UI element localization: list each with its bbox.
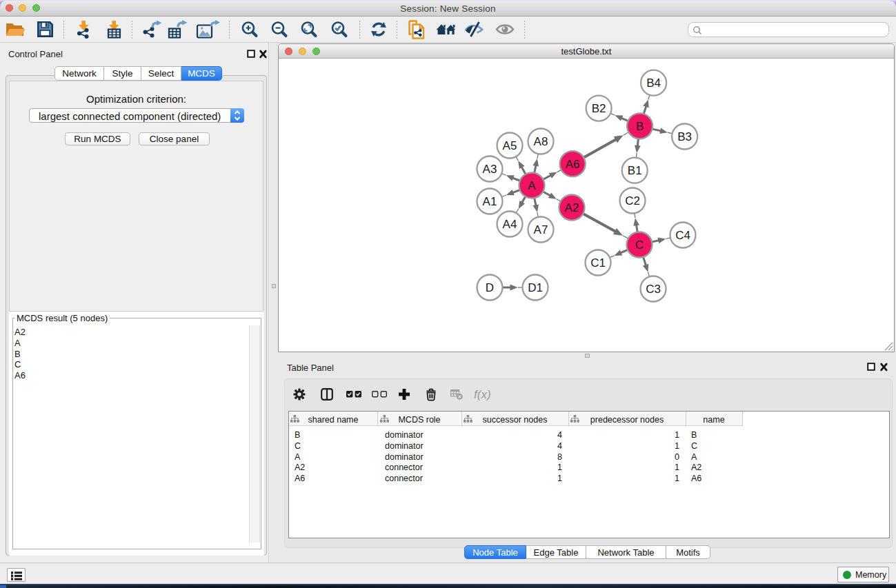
svg-text:B4: B4 [646, 77, 661, 90]
svg-text:D: D [486, 281, 494, 294]
svg-text:C: C [635, 239, 644, 252]
svg-text:B: B [636, 120, 644, 133]
svg-text:B1: B1 [628, 164, 642, 177]
svg-text:C4: C4 [675, 229, 690, 242]
svg-text:f(x): f(x) [474, 388, 491, 401]
svg-text:A: A [528, 179, 536, 192]
svg-text:B2: B2 [592, 102, 606, 115]
svg-text:A2: A2 [565, 201, 579, 214]
svg-text:A4: A4 [503, 218, 517, 231]
svg-text:A6: A6 [566, 158, 580, 171]
svg-text:C1: C1 [590, 256, 606, 270]
svg-text:A7: A7 [534, 223, 548, 236]
svg-text:D1: D1 [528, 281, 543, 294]
svg-text:A3: A3 [483, 163, 497, 176]
svg-text:B3: B3 [677, 130, 692, 143]
svg-text:C2: C2 [625, 194, 640, 207]
svg-text:A1: A1 [483, 195, 497, 208]
svg-text:A5: A5 [503, 139, 517, 152]
svg-text:A8: A8 [534, 135, 548, 148]
svg-text:C3: C3 [646, 283, 661, 296]
